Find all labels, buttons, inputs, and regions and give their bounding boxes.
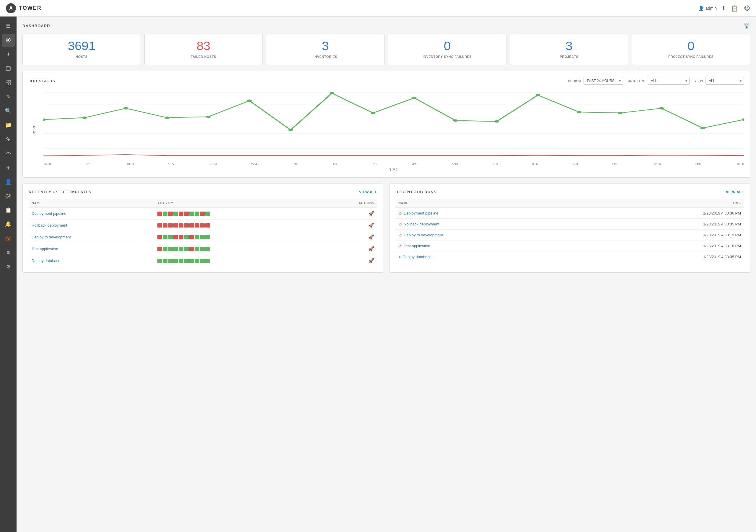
sidebar-item-grid[interactable]: ⊞ [2,161,15,174]
activity-bar-0-1 [163,212,168,216]
main-content: DASHBOARD 📡 3691 HOSTS 83 FAILED HOSTS 3… [16,16,756,532]
sidebar-item-inventory[interactable] [2,133,15,146]
sidebar-item-logs[interactable]: ≡ [2,246,15,259]
activity-bar-2-1 [163,235,168,239]
view-select-wrapper[interactable]: ALL SUCCESSFUL FAILED [706,77,744,85]
sidebar-item-users[interactable]: 👫 [2,190,15,202]
sidebar-item-search[interactable]: 🔍 [2,104,15,117]
stat-card-1[interactable]: 83 FAILED HOSTS [145,34,263,65]
stat-card-3[interactable]: 0 INVENTORY SYNC FAILURES [388,34,506,65]
view-select[interactable]: ALL SUCCESSFUL FAILED [706,77,744,85]
job-type-select[interactable]: ALL PLAYBOOK RUNS COMMANDS [648,77,689,85]
main-wrapper: ☰ ✦ ✎ 🔍 📁 </> ⊞ 👤 👫 📋 🔔 💼 ≡ ⚙ DASHBOARD … [0,16,756,532]
x-tick-13: 9:50 [572,163,578,166]
sidebar-item-menu[interactable]: ☰ [2,19,15,33]
activity-bar-4-4 [179,259,183,263]
launch-button-2[interactable]: 🚀 [368,235,374,240]
activity-bar-1-0 [157,223,162,227]
template-name-link-2[interactable]: Deploy to development [32,235,71,239]
job-runs-col-name: NAME [395,199,582,207]
stat-card-0[interactable]: 3691 HOSTS [22,34,141,65]
job-type-label: JOB TYPE [628,79,645,83]
page-title: DASHBOARD [22,24,50,28]
stat-card-4[interactable]: 3 PROJECTS [510,34,629,65]
svg-point-1 [7,39,9,41]
launch-button-0[interactable]: 🚀 [368,211,374,216]
job-run-name-link-2[interactable]: Deploy to development [404,233,443,237]
launch-button-3[interactable]: 🚀 [368,246,374,251]
template-name-link-4[interactable]: Deploy database [32,259,61,263]
period-select[interactable]: PAST 24 HOURS PAST WEEK PAST MONTH [583,77,623,85]
svg-rect-7 [9,80,11,82]
launch-button-1[interactable]: 🚀 [368,223,374,228]
table-row: ⊘ Test application 1/23/2019 4:38:18 PM [395,241,744,251]
job-type-select-wrapper[interactable]: ALL PLAYBOOK RUNS COMMANDS [648,77,689,85]
chart-area: JOBS 350 200 100 8 16:0017:1018:3319: [29,89,744,171]
activity-bar-3-2 [168,247,173,251]
templates-col-activity: ACTIVITY [154,199,317,207]
activity-bar-4-3 [173,259,178,263]
templates-panel-header: RECENTLY USED TEMPLATES VIEW ALL [29,190,377,194]
period-select-wrapper[interactable]: PAST 24 HOURS PAST WEEK PAST MONTH [583,77,623,85]
template-name-link-1[interactable]: Rollback deployment [32,223,67,227]
job-status-header: JOB STATUS PERIOD PAST 24 HOURS PAST WEE… [29,77,744,85]
activity-bar-4-5 [184,259,189,263]
sidebar-item-jobs[interactable]: ✦ [2,48,15,61]
table-row: Test application 🚀 [29,243,377,255]
sidebar: ☰ ✦ ✎ 🔍 📁 </> ⊞ 👤 👫 📋 🔔 💼 ≡ ⚙ [0,16,16,532]
recently-used-templates-panel: RECENTLY USED TEMPLATES VIEW ALL NAME AC… [22,184,383,273]
green-dot-0 [43,119,46,121]
user-menu[interactable]: 👤 admin [699,6,717,11]
job-run-name-link-3[interactable]: Test application [404,244,430,248]
x-tick-9: 4:16 [412,163,418,166]
activity-bar-3-4 [179,247,183,251]
job-run-time-3: 1/23/2019 4:38:18 PM [582,241,744,251]
job-run-name-wrapper-1: ⊘ Rollback deployment [398,222,580,226]
job-runs-view-all[interactable]: VIEW ALL [726,190,744,194]
activity-bar-2-5 [184,235,189,239]
stat-label-0: HOSTS [27,55,136,59]
activity-bar-2-9 [205,235,210,239]
stat-card-5[interactable]: 0 PROJECT SYNC FAILURES [632,34,750,65]
job-run-name-link-0[interactable]: Deployment pipeline [404,211,439,215]
templates-view-all[interactable]: VIEW ALL [359,190,377,194]
x-tick-2: 18:33 [126,163,134,166]
job-runs-col-time: TIME [582,199,744,207]
activity-bar-2-2 [168,235,173,239]
x-axis-ticks: 16:0017:1018:3319:5621:2022:430:061:302:… [43,162,744,167]
stat-number-0: 3691 [27,40,136,52]
clipboard-icon[interactable]: 📋 [731,5,738,12]
sidebar-item-dashboard[interactable] [2,34,15,47]
job-run-name-link-4[interactable]: Deploy database [402,255,431,259]
sidebar-item-settings[interactable]: ⚙ [2,260,15,273]
activity-bar-1-4 [179,223,183,227]
template-name-link-3[interactable]: Test application [32,247,58,251]
power-icon[interactable]: ⏻ [744,5,750,12]
sidebar-item-projects[interactable]: 📁 [2,119,15,132]
x-tick-1: 17:10 [85,163,93,166]
launch-button-4[interactable]: 🚀 [368,258,374,263]
x-tick-10: 5:40 [452,163,458,166]
sidebar-item-templates[interactable] [2,76,15,89]
sidebar-item-edit[interactable]: ✎ [2,90,15,103]
activity-bar-4-7 [195,259,199,263]
template-name-link-0[interactable]: Deployment pipeline [32,211,67,216]
activity-bar-2-4 [179,235,183,239]
top-nav: A TOWER 👤 admin ℹ 📋 ⏻ [0,0,756,16]
sidebar-item-briefcase[interactable]: 💼 [2,232,15,245]
stat-label-5: PROJECT SYNC FAILURES [637,55,745,59]
activity-bar-2-7 [195,235,199,239]
sidebar-item-notifications[interactable]: 🔔 [2,218,15,231]
stat-card-2[interactable]: 3 INVENTORIES [266,34,385,65]
job-run-name-link-1[interactable]: Rollback deployment [404,222,440,226]
x-tick-3: 19:56 [168,163,176,166]
sidebar-item-list[interactable]: 📋 [2,204,15,216]
sidebar-item-code[interactable]: </> [2,147,15,160]
sidebar-item-user[interactable]: 👤 [2,175,15,188]
stat-number-2: 3 [271,40,379,52]
sidebar-item-schedules[interactable] [2,62,15,75]
job-run-time-0: 1/23/2019 4:38:36 PM [582,207,744,219]
svg-rect-2 [6,67,10,70]
info-icon[interactable]: ℹ [723,5,725,12]
job-type-control: JOB TYPE ALL PLAYBOOK RUNS COMMANDS [628,77,689,85]
